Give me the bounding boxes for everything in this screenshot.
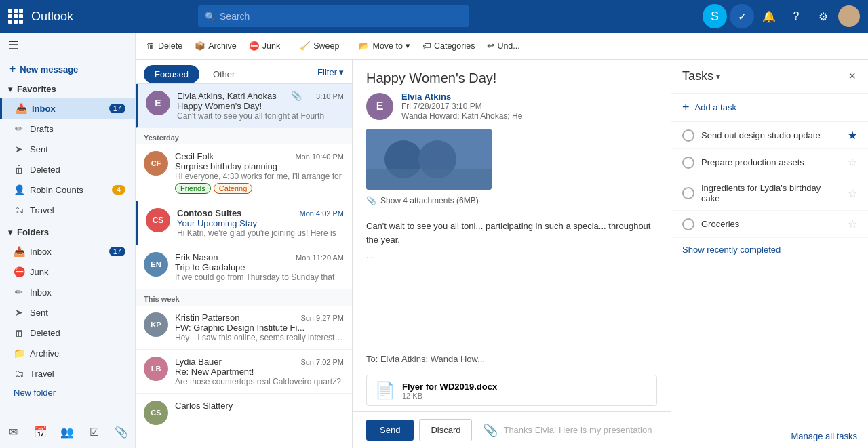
folders-header[interactable]: ▾ Folders (0, 223, 135, 241)
settings-icon[interactable]: ⚙ (811, 4, 835, 28)
add-task-row[interactable]: + Add a task (671, 94, 868, 122)
sweep-btn[interactable]: 🧹 Sweep (294, 38, 344, 54)
tasks-chevron-icon[interactable]: ▾ (716, 72, 720, 81)
email-content-7: Carlos Slattery (175, 401, 344, 411)
delete-btn[interactable]: 🗑 Delete (141, 39, 188, 54)
notifications-icon[interactable]: 🔔 (757, 4, 781, 28)
help-icon[interactable]: ? (784, 4, 808, 28)
avatar[interactable] (838, 5, 860, 27)
waffle-menu[interactable] (8, 9, 23, 24)
new-message-btn[interactable]: + New message (0, 58, 135, 80)
email-content-1: Elvia Atkins, Katri Ahokas 📎 3:10 PM Hap… (177, 91, 344, 121)
email-item-1[interactable]: E Elvia Atkins, Katri Ahokas 📎 3:10 PM H… (136, 84, 352, 128)
sidebar-item-inbox3[interactable]: ✏ Inbox (0, 282, 135, 302)
sidebar-item-inbox2[interactable]: 📥 Inbox 17 (0, 241, 135, 262)
reading-ellipsis[interactable]: ... (366, 246, 657, 265)
sidebar-item-junk[interactable]: ⛔ Junk (0, 262, 135, 282)
email-avatar-1: E (146, 91, 170, 115)
task-circle-1[interactable] (682, 157, 694, 169)
sent2-icon: ➤ (14, 307, 24, 318)
sidebar-people-icon[interactable]: 👥 (56, 421, 78, 443)
email-avatar-4: EN (144, 252, 168, 277)
time-1: 3:10 PM (316, 92, 344, 100)
send-button[interactable]: Send (366, 420, 414, 441)
junk-label: Junk (262, 41, 280, 51)
new-folder-link[interactable]: New folder (0, 384, 135, 402)
toolbar: 🗑 Delete 📦 Archive ⛔ Junk 🧹 Sweep 📂 Move… (136, 33, 868, 60)
file-attachment[interactable]: 📄 Flyer for WD2019.docx 12 KB (366, 375, 657, 406)
show-completed-btn[interactable]: Show recently completed (671, 238, 868, 262)
from-name[interactable]: Elvia Atkins (401, 91, 522, 102)
task-star-3[interactable]: ☆ (848, 218, 857, 230)
file-size: 12 KB (402, 392, 497, 400)
task-star-2[interactable]: ☆ (848, 187, 857, 200)
search-input[interactable] (220, 11, 462, 22)
tasks-close-btn[interactable]: × (847, 68, 857, 85)
sidebar-item-deleted[interactable]: 🗑 Deleted (0, 159, 135, 180)
tab-other[interactable]: Other (202, 65, 246, 83)
sidebar-item-drafts[interactable]: ✏ Drafts (0, 119, 135, 139)
attachment-bar[interactable]: 📎 Show 4 attachments (6MB) (353, 190, 671, 211)
email-avatar-2: CF (144, 151, 168, 176)
preview-5: Hey—I saw this online, seems really inte… (175, 333, 344, 342)
task-label-0: Send out design studio update (701, 130, 841, 140)
task-label-3: Groceries (701, 219, 841, 229)
task-item-0[interactable]: Send out design studio update ★ (671, 122, 868, 149)
drafts-label: Drafts (30, 124, 125, 134)
preview-1: Can't wait to see you all tonight at Fou… (177, 111, 344, 121)
task-item-3[interactable]: Groceries ☆ (671, 211, 868, 238)
email-avatar-5: KP (144, 312, 168, 337)
compose-attach-icon[interactable]: 📎 (483, 423, 498, 438)
archive-btn[interactable]: 📦 Archive (189, 38, 242, 54)
undo-btn[interactable]: ↩ Und... (481, 38, 525, 54)
email-item-2[interactable]: CF Cecil Folk Mon 10:40 PM Surprise birt… (136, 144, 352, 201)
email-content-2: Cecil Folk Mon 10:40 PM Surprise birthda… (175, 151, 344, 194)
inbox2-icon: 📥 (14, 246, 24, 257)
email-item-5[interactable]: KP Kristin Patterson Sun 9:27 PM FW: Gra… (136, 306, 352, 350)
move-to-btn[interactable]: 📂 Move to ▾ (353, 38, 415, 54)
time-2: Mon 10:40 PM (295, 152, 344, 161)
skype-icon[interactable]: S (703, 4, 727, 28)
sidebar-item-inbox-fav[interactable]: 📥 Inbox 17 (0, 98, 135, 119)
email-item-3[interactable]: CS Contoso Suites Mon 4:02 PM Your Upcom… (136, 201, 352, 245)
email-item-7[interactable]: CS Carlos Slattery (136, 394, 352, 432)
tab-focused[interactable]: Focused (144, 65, 199, 83)
junk-btn[interactable]: ⛔ Junk (243, 38, 285, 54)
filter-btn[interactable]: Filter ▾ (317, 67, 344, 81)
sidebar-item-travel-fav[interactable]: 🗂 Travel (0, 200, 135, 220)
sender-5: Kristin Patterson (175, 312, 239, 323)
email-item-6[interactable]: LB Lydia Bauer Sun 7:02 PM Re: New Apart… (136, 350, 352, 394)
task-star-0[interactable]: ★ (848, 129, 857, 142)
search-box[interactable]: 🔍 (198, 5, 469, 27)
sidebar-item-travel2[interactable]: 🗂 Travel (0, 363, 135, 384)
email-avatar-7: CS (144, 401, 168, 425)
sidebar-item-deleted2[interactable]: 🗑 Deleted (0, 323, 135, 343)
categories-btn[interactable]: 🏷 Categories (417, 39, 480, 54)
inbox-badge: 17 (109, 104, 125, 113)
categories-label: Categories (434, 41, 475, 51)
discard-button[interactable]: Discard (419, 419, 472, 441)
favorites-header[interactable]: ▾ Favorites (0, 80, 135, 98)
sidebar-hamburger[interactable]: ☰ (0, 33, 135, 58)
manage-all-tasks-btn[interactable]: Manage all tasks (671, 424, 868, 448)
sidebar-item-sent[interactable]: ➤ Sent (0, 139, 135, 159)
tasks-nav-icon[interactable]: ✓ (730, 4, 754, 28)
sidebar-attach-icon[interactable]: 📎 (111, 421, 132, 443)
sidebar-mail-icon[interactable]: ✉ (3, 421, 24, 443)
sidebar-item-sent2[interactable]: ➤ Sent (0, 302, 135, 323)
task-circle-3[interactable] (682, 218, 694, 230)
task-circle-2[interactable] (682, 187, 694, 199)
task-star-1[interactable]: ☆ (848, 156, 857, 169)
robin-counts-label: Robin Counts (30, 185, 106, 195)
date-header-this-week: This week (136, 289, 352, 306)
svg-rect-3 (366, 169, 492, 190)
sidebar-item-robin-counts[interactable]: 👤 Robin Counts 4 (0, 180, 135, 200)
email-item-4[interactable]: EN Erik Nason Mon 11:20 AM Trip to Guada… (136, 245, 352, 289)
sidebar-calendar-icon[interactable]: 📅 (30, 421, 52, 443)
task-circle-0[interactable] (682, 129, 694, 142)
search-icon: 🔍 (205, 12, 216, 22)
sidebar-item-archive[interactable]: 📁 Archive (0, 343, 135, 363)
task-item-1[interactable]: Prepare production assets ☆ (671, 149, 868, 176)
sidebar-tasks-icon[interactable]: ☑ (83, 421, 105, 443)
task-item-2[interactable]: Ingredients for Lydia's birthday cake ☆ (671, 176, 868, 211)
